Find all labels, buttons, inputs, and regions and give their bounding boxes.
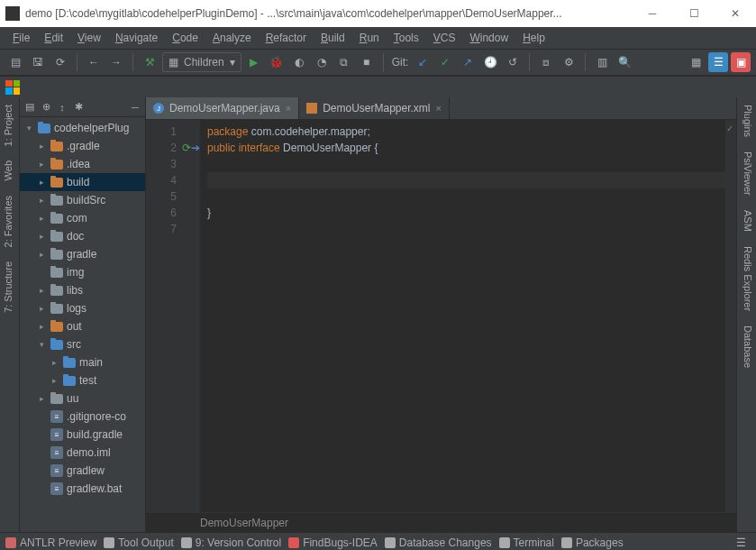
tree-item-gradle[interactable]: ▸gradle bbox=[20, 245, 145, 263]
gutter-nav-icon[interactable]: ⟳➔ bbox=[182, 140, 200, 156]
tool-label: Packages bbox=[576, 536, 624, 549]
tree-item-logs[interactable]: ▸logs bbox=[20, 299, 145, 317]
layout-button[interactable]: ▥ bbox=[592, 52, 612, 72]
menu-tools[interactable]: Tools bbox=[387, 29, 426, 47]
menu-vcs[interactable]: VCS bbox=[426, 29, 463, 47]
forward-button[interactable]: → bbox=[106, 52, 126, 72]
open-button[interactable]: ▤ bbox=[5, 52, 25, 72]
tool-packages[interactable]: Packages bbox=[561, 536, 624, 549]
coverage-button[interactable]: ◐ bbox=[289, 52, 309, 72]
minimize-button[interactable]: ─ bbox=[632, 0, 673, 27]
tree-item-codehelperplug[interactable]: ▾codehelperPlug bbox=[20, 119, 145, 137]
tree-item-src[interactable]: ▾src bbox=[20, 335, 145, 353]
tree-item-libs[interactable]: ▸libs bbox=[20, 281, 145, 299]
menu-window[interactable]: Window bbox=[462, 29, 515, 47]
debug-button[interactable]: 🐞 bbox=[267, 52, 287, 72]
tree-item-out[interactable]: ▸out bbox=[20, 317, 145, 335]
tree-item-gradlew-bat[interactable]: ≡gradlew.bat bbox=[20, 480, 145, 498]
tool-9-version-control[interactable]: 9: Version Control bbox=[181, 536, 281, 549]
tool-tool-output[interactable]: Tool Output bbox=[104, 536, 173, 549]
git-push-icon[interactable]: ↗ bbox=[458, 52, 478, 72]
tree-item--gradle[interactable]: ▸.gradle bbox=[20, 137, 145, 155]
extra1-icon[interactable]: ☰ bbox=[708, 52, 728, 72]
back-button[interactable]: ← bbox=[84, 52, 104, 72]
project-structure-button[interactable]: ⧈ bbox=[536, 52, 556, 72]
tree-item-img[interactable]: img bbox=[20, 263, 145, 281]
git-history-icon[interactable]: 🕘 bbox=[480, 52, 500, 72]
git-pull-icon[interactable]: ↙ bbox=[413, 52, 433, 72]
tool-antlr-preview[interactable]: ANTLR Preview bbox=[5, 536, 96, 549]
left-tool-web[interactable]: Web bbox=[0, 153, 19, 188]
right-tool-redis-explorer[interactable]: Redis Explorer bbox=[737, 239, 756, 318]
run-button[interactable]: ▶ bbox=[244, 52, 264, 72]
folder-icon bbox=[38, 124, 50, 133]
tree-item-com[interactable]: ▸com bbox=[20, 209, 145, 227]
event-log-icon[interactable]: ☰ bbox=[731, 533, 751, 551]
left-tool-2-favorites[interactable]: 2: Favorites bbox=[0, 188, 19, 254]
right-tool-plugins[interactable]: Plugins bbox=[737, 97, 756, 144]
tree-item-build-gradle[interactable]: ≡build.gradle bbox=[20, 426, 145, 444]
tree-item-demo-iml[interactable]: ≡demo.iml bbox=[20, 444, 145, 462]
menu-navigate[interactable]: Navigate bbox=[108, 29, 165, 47]
tree-item-build[interactable]: ▸build bbox=[20, 173, 145, 191]
collapse-icon[interactable]: ─ bbox=[129, 101, 141, 114]
project-scope-icon[interactable]: ▤ bbox=[23, 101, 36, 114]
tree-item-main[interactable]: ▸main bbox=[20, 353, 145, 371]
folder-icon bbox=[50, 394, 63, 404]
menu-view[interactable]: View bbox=[70, 29, 108, 47]
tree-item-gradlew[interactable]: ≡gradlew bbox=[20, 462, 145, 480]
menu-analyze[interactable]: Analyze bbox=[205, 29, 259, 47]
settings-icon[interactable]: ⚙ bbox=[559, 52, 578, 72]
sort-icon[interactable]: ↕ bbox=[56, 101, 68, 114]
target-icon[interactable]: ⊕ bbox=[40, 101, 52, 114]
menu-help[interactable]: Help bbox=[515, 29, 552, 47]
menu-file[interactable]: File bbox=[5, 29, 37, 47]
save-button[interactable]: 🖫 bbox=[28, 52, 48, 72]
tree-item--gitignore-co[interactable]: ≡.gitignore-co bbox=[20, 408, 145, 426]
run-config-combo[interactable]: ▦ Children ▾ bbox=[162, 52, 241, 72]
refresh-button[interactable]: ⟳ bbox=[50, 52, 70, 72]
tool-findbugs-idea[interactable]: FindBugs-IDEA bbox=[288, 536, 378, 549]
code-editor[interactable]: package com.codehelper.mapper;public int… bbox=[200, 120, 725, 532]
tree-item-uu[interactable]: ▸uu bbox=[20, 390, 145, 408]
tool-database-changes[interactable]: Database Changes bbox=[385, 536, 492, 549]
editor-tab-demousermapper-java[interactable]: JDemoUserMapper.java× bbox=[146, 97, 299, 119]
right-tool-asm[interactable]: ASM bbox=[737, 203, 756, 239]
attach-button[interactable]: ⧉ bbox=[334, 52, 354, 72]
menu-code[interactable]: Code bbox=[165, 29, 205, 47]
tree-item-doc[interactable]: ▸doc bbox=[20, 227, 145, 245]
tree-item-buildsrc[interactable]: ▸buildSrc bbox=[20, 191, 145, 209]
left-tool-7-structure[interactable]: 7: Structure bbox=[0, 254, 19, 320]
tree-label: src bbox=[67, 338, 81, 351]
search-button[interactable]: 🔍 bbox=[615, 52, 634, 72]
menu-refactor[interactable]: Refactor bbox=[259, 29, 314, 47]
plugin-ext-button[interactable]: ▦ bbox=[686, 52, 706, 72]
git-rollback-icon[interactable]: ↺ bbox=[503, 52, 523, 72]
menu-edit[interactable]: Edit bbox=[37, 29, 70, 47]
window-titlebar: demo [D:\code\mygitlab\codehelperPluginD… bbox=[0, 0, 756, 27]
breadcrumb[interactable]: DemoUserMapper bbox=[146, 512, 736, 532]
tab-close-icon[interactable]: × bbox=[436, 103, 442, 114]
left-tool-1-project[interactable]: 1: Project bbox=[0, 97, 19, 153]
menu-run[interactable]: Run bbox=[352, 29, 387, 47]
profile-button[interactable]: ◔ bbox=[312, 52, 332, 72]
project-tree[interactable]: ▾codehelperPlug▸.gradle▸.idea▸build▸buil… bbox=[20, 117, 145, 532]
tool-terminal[interactable]: Terminal bbox=[499, 536, 554, 549]
stop-button[interactable]: ■ bbox=[357, 52, 377, 72]
gear-icon[interactable]: ✱ bbox=[72, 101, 85, 114]
folder-icon bbox=[50, 268, 63, 278]
editor-tab-demousermapper-xml[interactable]: DemoUserMapper.xml× bbox=[299, 97, 450, 119]
extra2-icon[interactable]: ▣ bbox=[731, 52, 751, 72]
hammer-icon[interactable]: ⚒ bbox=[140, 52, 159, 72]
marker-strip[interactable]: ✓ bbox=[725, 120, 736, 532]
maximize-button[interactable]: ☐ bbox=[673, 0, 715, 27]
right-tool-database[interactable]: Database bbox=[737, 318, 756, 375]
tree-item-test[interactable]: ▸test bbox=[20, 371, 145, 390]
menu-build[interactable]: Build bbox=[314, 29, 352, 47]
tree-item--idea[interactable]: ▸.idea bbox=[20, 155, 145, 173]
close-button[interactable]: ✕ bbox=[715, 0, 756, 27]
tab-close-icon[interactable]: × bbox=[286, 103, 291, 114]
git-commit-icon[interactable]: ✓ bbox=[435, 52, 455, 72]
line-number-gutter: 1234567 bbox=[146, 120, 182, 532]
right-tool-psiviewer[interactable]: PsiViewer bbox=[737, 144, 756, 203]
